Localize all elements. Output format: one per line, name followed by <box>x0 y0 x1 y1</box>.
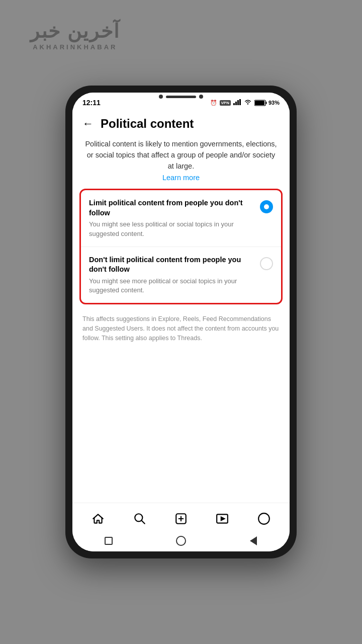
sys-home-btn[interactable] <box>175 535 187 546</box>
svg-rect-3 <box>239 99 241 105</box>
option-limit[interactable]: Limit political content from people you … <box>81 190 281 247</box>
watermark: آخرین خبر AKHARINKHABAR <box>30 20 120 51</box>
watermark-text: AKHARINKHABAR <box>33 43 117 51</box>
option-no-limit-subtitle: You might see more political or social t… <box>89 277 254 295</box>
footer-description: This affects suggestions in Explore, Ree… <box>72 309 290 347</box>
battery-indicator: 93% <box>254 100 280 106</box>
phone-inner: 12:11 ⏰ VPN <box>72 93 290 551</box>
learn-more-link[interactable]: Learn more <box>84 174 278 182</box>
option-no-limit-title: Don't limit political content from peopl… <box>89 255 254 275</box>
status-time: 12:11 <box>82 99 101 107</box>
svg-rect-1 <box>235 102 237 105</box>
svg-line-9 <box>141 521 144 524</box>
svg-rect-0 <box>233 103 235 105</box>
sys-triangle-icon <box>250 536 257 545</box>
camera-notch <box>159 95 203 99</box>
svg-marker-14 <box>221 517 225 521</box>
svg-rect-6 <box>265 102 266 104</box>
sys-circle-icon <box>176 536 186 546</box>
sys-square-icon <box>105 537 113 545</box>
wifi-icon <box>244 99 252 106</box>
option-limit-title: Limit political content from people you … <box>89 198 254 218</box>
page-title: Political content <box>101 117 194 131</box>
option-no-limit-text: Don't limit political content from peopl… <box>89 255 254 295</box>
alarm-icon: ⏰ <box>210 100 217 106</box>
sys-back-btn[interactable] <box>248 535 259 546</box>
nav-icons-row <box>72 507 290 530</box>
description-area: Political content is likely to mention g… <box>72 135 290 184</box>
option-limit-radio[interactable] <box>260 200 273 213</box>
option-limit-text: Limit political content from people you … <box>89 198 254 238</box>
svg-point-15 <box>258 513 269 524</box>
sys-square-btn[interactable] <box>103 535 114 546</box>
nav-profile[interactable] <box>254 509 274 528</box>
system-nav <box>72 532 290 551</box>
front-camera <box>199 95 203 99</box>
camera-dot <box>159 95 163 99</box>
status-icons: ⏰ VPN <box>210 99 280 106</box>
description-text: Political content is likely to mention g… <box>85 140 277 170</box>
svg-rect-2 <box>237 100 239 105</box>
nav-add[interactable] <box>171 509 191 528</box>
radio-no-limit[interactable] <box>260 257 273 270</box>
nav-search[interactable] <box>130 509 149 528</box>
option-limit-subtitle: You might see less political or social t… <box>89 220 254 238</box>
app-header: ← Political content <box>72 110 290 135</box>
signal-icon <box>233 99 241 106</box>
radio-limit-selected[interactable] <box>260 200 273 213</box>
watermark-logo: آخرین خبر <box>30 20 120 42</box>
screen-content: ← Political content Political content is… <box>72 110 290 503</box>
nav-home[interactable] <box>88 509 108 528</box>
battery-percent: 93% <box>268 100 280 106</box>
nav-reels[interactable] <box>213 509 232 528</box>
bottom-nav <box>72 503 290 532</box>
phone-frame: 12:11 ⏰ VPN <box>65 86 297 558</box>
options-container: Limit political content from people you … <box>79 189 283 304</box>
option-no-limit-radio[interactable] <box>260 257 273 270</box>
speaker-bar <box>166 96 196 98</box>
option-no-limit[interactable]: Don't limit political content from peopl… <box>81 247 281 303</box>
vpn-badge: VPN <box>220 100 231 106</box>
svg-rect-7 <box>255 101 264 105</box>
back-button[interactable]: ← <box>82 117 94 130</box>
svg-point-4 <box>247 104 248 105</box>
